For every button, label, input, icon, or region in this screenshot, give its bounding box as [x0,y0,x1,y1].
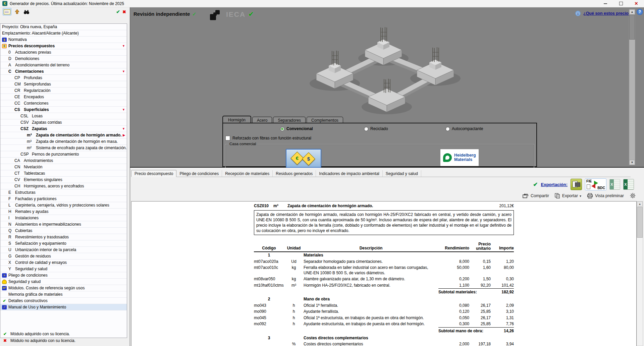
tree-item[interactable]: CS Superficiales ▼ [0,107,127,113]
export-link[interactable]: Exportación: [541,182,568,187]
tree-item[interactable]: CC Contenciones [0,100,127,107]
tree-item-label: Seguridad y salud [8,279,41,284]
scroll-up-icon[interactable]: ▲ [637,201,643,207]
excel-icon: X [623,179,634,190]
export-csv-button[interactable]: X [609,179,620,190]
scroll-up-icon[interactable]: ▲ [629,9,635,14]
tree-item[interactable]: G Gestión de residuos [0,253,127,260]
tree-item[interactable]: CV Elementos singulares [0,177,127,183]
tree-item[interactable]: CSZ Zapatas ▼ [0,126,127,132]
tree-item[interactable]: Detalles constructivos [0,298,127,304]
tree-item[interactable]: D Demoliciones [0,56,127,62]
heidelberg-materials-button[interactable]: Heidelberg Materials [440,149,479,166]
tree-item[interactable]: m³ Zapata de cimentación de hormigón en … [0,138,127,145]
document-tab[interactable]: Recepción de materiales [222,170,273,177]
search-button[interactable] [23,8,30,15]
tree-item[interactable]: Módulos. Costes de referencia según usos [0,285,127,291]
accept-button[interactable] [116,9,120,14]
tree-item[interactable]: CT Tablestacas [0,170,127,177]
tree-item[interactable]: N Aislamientos e impermeabilizaciones [0,221,127,228]
tree-item[interactable]: m² Sistema de encofrado para zapata de c… [0,145,127,151]
tree-item[interactable]: Emplazamiento: Alacant/Alicante (Alicant… [0,30,127,37]
tree-item[interactable]: F Fachadas y particiones [0,196,127,202]
tree-item-label: Revestimientos y trasdosados [15,235,69,239]
section-header-row: 1 Materiales [254,252,514,258]
scrollbar-thumb[interactable] [637,207,643,238]
tree-item-label: Pernos de punzonamiento [32,152,79,157]
minimize-button[interactable] [598,0,613,7]
scrollbar-thumb[interactable] [629,15,635,40]
document-tab[interactable]: Seguridad y salud [383,170,421,177]
tree-item-label: Pliego de condiciones [8,273,48,278]
scroll-down-icon[interactable]: ▼ [629,160,635,165]
heidelberg-logo-text: Heidelberg Materials [454,153,476,162]
tree-item[interactable]: CH Hormigones, aceros y encofrados [0,183,127,189]
tree-item[interactable]: CSL Losas [0,113,127,119]
tree-item[interactable]: 0 Actuaciones previas [0,49,127,56]
binoculars-icon [23,9,30,14]
tree-item[interactable]: X Control de calidad y ensayos [0,260,127,266]
tree-item[interactable]: Precios descompuestos ▼ [0,43,127,49]
tree-item[interactable]: Memoria gráfica de materiales [0,291,127,298]
tree-item[interactable]: Proyecto: Obra nueva, España [0,24,127,30]
document-tab[interactable]: Pliego de condiciones [176,170,222,177]
tree-item[interactable]: R Revestimientos y trasdosados [0,234,127,240]
document-tab[interactable]: Residuos generados [273,170,316,177]
tree-item[interactable]: Q Cubiertas [0,228,127,234]
tree-item[interactable]: A Acondicionamiento del terreno [0,62,127,68]
maximize-button[interactable] [613,0,629,7]
tree-item[interactable]: CP Profundas [0,75,127,81]
checkbox-icon [225,136,230,140]
share-icon [523,193,529,198]
tree-item[interactable]: Y Seguridad y salud [0,266,127,272]
tree-item[interactable]: S Señalización y equipamiento [0,240,127,247]
share-button[interactable]: Compartir [523,193,549,198]
table-header: Código Unidad Descripción Rendimiento Pr… [254,242,514,252]
top-panel-scrollbar[interactable]: ▲ ▼ [629,9,635,165]
help-button[interactable]: ? [637,9,643,15]
tree-item[interactable]: Normativa [0,37,127,43]
tree-item[interactable]: m³ Zapata de cimentación de hormigón arm… [0,132,127,138]
tree-item[interactable]: Seguridad y salud [0,279,127,285]
tree-item-label: Manual de Uso y Mantenimiento [8,305,66,309]
settings-button[interactable] [630,192,636,199]
tree-item[interactable]: CSV Zapatas corridas [0,119,127,126]
export-rtf-button[interactable] [571,179,582,190]
tree-item[interactable]: E Estructuras [0,189,127,196]
what-prices-link[interactable]: ¿Qué son estos precios? [583,11,633,16]
tree-item[interactable]: H Remates y ayudas [0,209,127,215]
tree-item[interactable]: Manual de Uso y Mantenimiento [0,304,127,310]
minimize-icon [604,3,607,4]
concrete-type-radio[interactable]: Autocompactante [445,126,483,131]
tree-item[interactable]: CM Semiprofundas [0,81,127,88]
generic-brand-button[interactable]: € $ [286,149,321,168]
document-tab[interactable]: Precio descompuesto [131,170,176,177]
print-preview-button[interactable]: Vista preliminar [587,193,624,198]
document-scrollbar[interactable]: ▲ [637,201,643,346]
tree-item[interactable]: CA Arriostramientos [0,158,127,164]
tree-item[interactable]: I Instalaciones [0,215,127,221]
close-button[interactable]: ✕ [629,0,644,7]
export-fiebdc-button[interactable]: FIE BDC [585,179,606,190]
tree-item[interactable]: L Carpintería, cerrajería, vidrios y pro… [0,202,127,209]
tree-item[interactable]: CN Nivelación [0,164,127,170]
tree-item[interactable]: Pliego de condiciones [0,272,127,279]
tree-item-code: D [8,56,15,61]
tree-item[interactable]: U Urbanización interior de la parcela [0,247,127,253]
tree-item-label: Encepados [24,95,44,99]
fiber-reinforced-checkbox[interactable]: Reforzado con fibras con función estruct… [225,136,311,140]
tree-item[interactable]: CSP Pernos de punzonamiento [0,151,127,158]
tree-item[interactable]: C Cimentaciones ▼ [0,68,127,75]
tree-item[interactable]: CE Encepados [0,94,127,100]
concrete-type-radio[interactable]: Reciclado [364,126,388,131]
heidelberg-logo-icon [443,153,452,162]
document-tab[interactable]: Indicadores de impacto ambiental [316,170,382,177]
properties-button[interactable] [3,8,11,15]
tree-item-code: CSZ [20,126,32,131]
tree-item[interactable]: CR Regularización [0,88,127,94]
cancel-button[interactable] [122,9,126,14]
up-level-button[interactable] [14,8,20,15]
export-menu-button[interactable]: Exportar [555,193,581,198]
export-excel-button[interactable]: X [623,179,634,190]
concrete-type-radio[interactable]: Convencional [280,126,313,131]
